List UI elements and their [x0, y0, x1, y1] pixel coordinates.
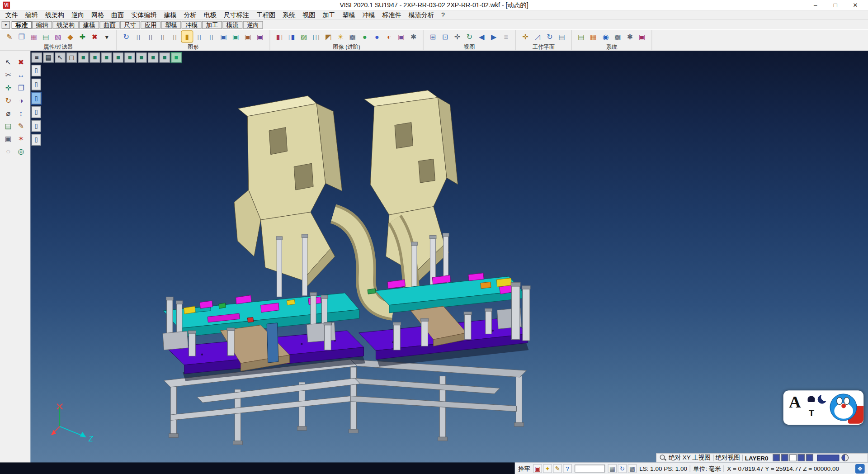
toolbar-tab-9[interactable]: 冲模: [182, 21, 202, 28]
viewport[interactable]: ≡▤↖◻■■■■■■■■■ ▯▯▯▯▯▯ Z A T: [30, 51, 868, 474]
view-cube-iso-icon[interactable]: ■: [78, 52, 89, 62]
layers-panel-icon[interactable]: ▤: [3, 120, 14, 132]
menu-item-12[interactable]: 工程图: [253, 11, 279, 19]
layer-manager-icon[interactable]: ▤: [576, 31, 586, 42]
render-sphere-green-icon[interactable]: ●: [359, 31, 370, 42]
group-elements-icon[interactable]: ▣: [3, 133, 14, 145]
color-filter-icon[interactable]: ▦: [28, 31, 39, 42]
menu-item-17[interactable]: 冲模: [359, 11, 378, 19]
menu-item-16[interactable]: 塑模: [339, 11, 359, 19]
menu-item-10[interactable]: 电极: [200, 11, 220, 19]
active-layer-label[interactable]: LAYER0: [745, 455, 769, 461]
toolbar-tab-1[interactable]: 标准: [12, 21, 32, 28]
background-settings-icon[interactable]: ▩: [347, 31, 358, 42]
properties-icon[interactable]: ✎: [15, 120, 27, 132]
menu-item-13[interactable]: 系统: [279, 11, 299, 19]
type-filter-icon[interactable]: ▧: [52, 31, 63, 42]
filter-solids-icon[interactable]: ▯: [32, 65, 41, 76]
display-cylinder-2-icon[interactable]: ▯: [145, 31, 156, 42]
move-icon[interactable]: ✛: [3, 82, 14, 94]
extend-icon[interactable]: ↔: [15, 69, 27, 81]
color-manager-icon[interactable]: ▦: [588, 31, 599, 42]
menu-item-14[interactable]: 视图: [299, 11, 319, 19]
snap-toggle[interactable]: 拴牢: [518, 465, 530, 473]
toolbar-tab-12[interactable]: 逆向: [243, 21, 263, 28]
box-select-icon[interactable]: ◻: [66, 52, 77, 62]
grid-toggle-icon[interactable]: ▦: [608, 464, 617, 473]
rotate-icon[interactable]: ↻: [3, 95, 14, 106]
search-icon[interactable]: [659, 454, 666, 461]
attribute-copy-icon[interactable]: ❐: [16, 31, 27, 42]
quick-command-icon[interactable]: ✦: [543, 464, 552, 473]
render-sphere-red-icon[interactable]: ◐: [384, 31, 395, 42]
select-mode-icon[interactable]: ↖: [55, 52, 65, 62]
toolbar-tab-8[interactable]: 塑模: [161, 21, 181, 28]
context-help-icon[interactable]: ?: [563, 464, 572, 473]
filter-surfaces-icon[interactable]: ▯: [32, 79, 41, 90]
toolbar-dropdown-icon[interactable]: ▾: [2, 21, 10, 28]
filter-hidden-icon[interactable]: ▯: [32, 134, 41, 146]
close-button[interactable]: ✕: [850, 1, 861, 9]
maximize-button[interactable]: □: [830, 1, 841, 9]
view-cube-dimetric-icon[interactable]: ■: [160, 52, 170, 62]
previous-view-icon[interactable]: ◀: [476, 31, 487, 42]
render-settings-icon[interactable]: ◧: [274, 31, 285, 42]
view-cube-top-icon[interactable]: ■: [90, 52, 100, 62]
menu-item-9[interactable]: 分析: [180, 11, 200, 19]
shaded-mode-icon[interactable]: ◨: [286, 31, 297, 42]
layer-toggle-icon[interactable]: [841, 454, 849, 461]
edit-element-icon[interactable]: ✎: [553, 464, 562, 473]
workplane-manager-icon[interactable]: ▤: [557, 31, 567, 42]
menu-item-1[interactable]: 文件: [2, 11, 22, 19]
toolbar-tab-5[interactable]: 曲面: [99, 21, 119, 28]
next-view-icon[interactable]: ▶: [488, 31, 499, 42]
toolbar-tab-4[interactable]: 建模: [79, 21, 99, 28]
view-cube-right-icon[interactable]: ■: [136, 52, 146, 62]
filter-dropdown-icon[interactable]: ▾: [101, 31, 112, 42]
display-cylinder-5-icon[interactable]: ▯: [194, 31, 205, 42]
menu-item-4[interactable]: 逆向: [68, 11, 88, 19]
lighting-icon[interactable]: ☀: [335, 31, 346, 42]
world-view-icon[interactable]: ◉: [600, 31, 611, 42]
copy-icon[interactable]: ❐: [15, 82, 27, 94]
section-view-icon[interactable]: ◩: [323, 31, 334, 42]
display-shaded-icon[interactable]: ▮: [182, 31, 193, 42]
grid-settings-icon[interactable]: ▩: [612, 31, 623, 42]
erase-icon[interactable]: ✖: [15, 57, 27, 68]
menu-item-15[interactable]: 加工: [319, 11, 339, 19]
image-options-icon[interactable]: ✱: [408, 31, 419, 42]
workplane-widget-icon[interactable]: ❖: [855, 464, 865, 474]
layer-color-bar[interactable]: [817, 455, 839, 461]
menu-item-3[interactable]: 线架构: [42, 11, 68, 19]
app-logo-icon[interactable]: VI: [3, 1, 10, 9]
filter-mesh-icon[interactable]: ▯: [32, 120, 41, 132]
view-mode-label[interactable]: 绝对 XY 上视图: [669, 454, 711, 462]
display-cylinder-1-icon[interactable]: ▯: [133, 31, 144, 42]
snap-settings-icon[interactable]: ✱: [624, 31, 635, 42]
menu-item-11[interactable]: 尺寸标注: [220, 11, 253, 19]
display-box-2-icon[interactable]: ▣: [218, 31, 229, 42]
trim-icon[interactable]: ✂: [3, 69, 14, 81]
system-options-icon[interactable]: ▣: [637, 31, 647, 42]
toolbar-tab-10[interactable]: 加工: [202, 21, 222, 28]
display-options-icon[interactable]: ▤: [43, 52, 54, 62]
filter-points-icon[interactable]: ▯: [32, 106, 41, 118]
view-cube-front-icon[interactable]: ■: [101, 52, 112, 62]
filter-clear-icon[interactable]: ✖: [89, 31, 100, 42]
display-cylinder-3-icon[interactable]: ▯: [157, 31, 168, 42]
display-box-4-icon[interactable]: ▣: [242, 31, 253, 42]
menu-item-2[interactable]: 编辑: [22, 11, 42, 19]
view-cube-left-icon[interactable]: ■: [125, 52, 135, 62]
layer-color-4-icon[interactable]: [797, 454, 805, 461]
layer-color-2-icon[interactable]: [781, 454, 788, 461]
toolbar-tab-3[interactable]: 线架构: [52, 21, 79, 28]
workplane-create-icon[interactable]: ✛: [520, 31, 531, 42]
menu-item-20[interactable]: ?: [438, 12, 448, 19]
3d-model-view[interactable]: [30, 51, 868, 474]
texture-mode-icon[interactable]: ▨: [298, 31, 309, 42]
element-filter-icon[interactable]: ◆: [65, 31, 75, 42]
view-cube-bottom-icon[interactable]: ■: [148, 52, 158, 62]
workplane-align-icon[interactable]: ◿: [532, 31, 543, 42]
menu-item-18[interactable]: 标准件: [379, 11, 405, 19]
toolbar-tab-2[interactable]: 编辑: [32, 21, 52, 28]
